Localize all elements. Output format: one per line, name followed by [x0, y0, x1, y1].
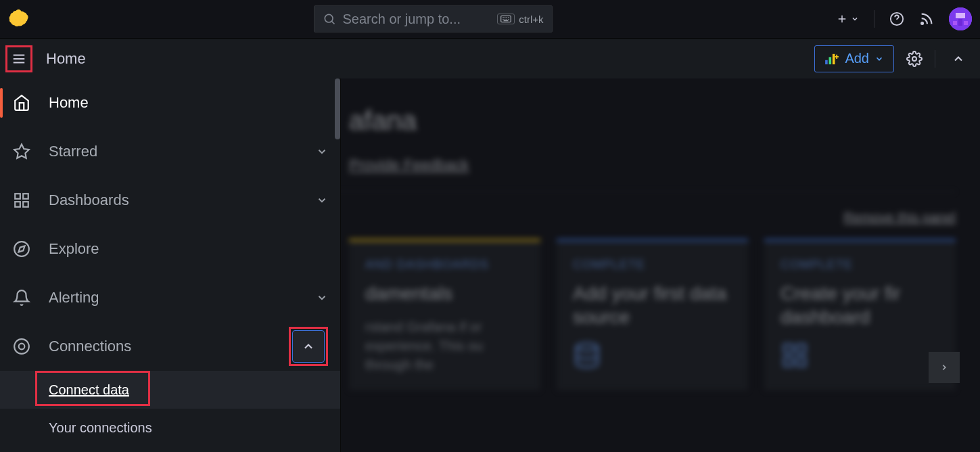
- collapse-toolbar-icon[interactable]: [948, 48, 969, 70]
- svg-rect-16: [784, 358, 792, 366]
- shortcut-label: ctrl+k: [519, 14, 543, 25]
- panel-icon: [824, 53, 839, 65]
- svg-point-22: [14, 242, 29, 256]
- grafana-logo-icon[interactable]: [8, 8, 30, 30]
- star-icon: [12, 143, 31, 160]
- svg-rect-18: [15, 194, 20, 199]
- sidebar-subitem-label: Connect data: [49, 382, 129, 398]
- svg-point-24: [19, 344, 25, 350]
- sidebar-subitem-label: Your connections: [49, 420, 152, 436]
- svg-rect-6: [953, 21, 957, 25]
- sidebar-item-connections[interactable]: Connections: [0, 322, 340, 371]
- svg-rect-7: [964, 21, 968, 25]
- chevron-down-icon[interactable]: [316, 194, 328, 206]
- card-fundamentals[interactable]: AND DASHBOARDS damentals rstand Grafana …: [349, 239, 540, 390]
- apps-icon: [12, 191, 31, 209]
- divider: [935, 50, 935, 68]
- sidebar-menu: Home Starred Dashboards Explore Alerting: [0, 78, 341, 452]
- svg-point-12: [912, 57, 916, 61]
- add-menu-button[interactable]: [836, 13, 859, 25]
- sidebar-subitem-connect-data[interactable]: Connect data: [0, 371, 340, 409]
- svg-rect-20: [15, 202, 20, 207]
- feedback-link[interactable]: Provide Feedback: [349, 156, 469, 173]
- sidebar-item-starred[interactable]: Starred: [0, 127, 340, 176]
- svg-point-0: [325, 14, 333, 22]
- divider: [874, 10, 874, 28]
- svg-rect-10: [829, 57, 832, 64]
- home-icon: [12, 94, 31, 112]
- svg-rect-5: [956, 13, 965, 18]
- card-dashboard[interactable]: COMPLETE Create your fir dashboard: [764, 239, 956, 390]
- breadcrumb-home[interactable]: Home: [46, 50, 86, 68]
- carousel-next-button[interactable]: [929, 352, 960, 383]
- compass-icon: [12, 240, 31, 258]
- sidebar-item-label: Home: [49, 94, 328, 112]
- svg-rect-9: [826, 60, 829, 64]
- search-placeholder: Search or jump to...: [343, 12, 461, 27]
- svg-rect-17: [797, 358, 806, 366]
- svg-rect-15: [797, 344, 806, 353]
- svg-rect-11: [833, 53, 835, 64]
- page-title: afana: [349, 106, 956, 136]
- search-input[interactable]: Search or jump to... ctrl+k: [314, 5, 553, 32]
- sidebar-item-dashboards[interactable]: Dashboards: [0, 176, 340, 225]
- help-icon[interactable]: [889, 12, 904, 26]
- svg-point-13: [576, 344, 598, 351]
- avatar[interactable]: [949, 7, 972, 30]
- svg-rect-8: [958, 19, 962, 26]
- apps-icon: [780, 341, 939, 369]
- add-button[interactable]: Add: [814, 45, 894, 72]
- card-datasource[interactable]: COMPLETE Add your first data source: [557, 239, 748, 390]
- chevron-down-icon[interactable]: [316, 292, 328, 304]
- settings-icon[interactable]: [906, 51, 923, 67]
- sidebar-item-label: Starred: [49, 143, 298, 160]
- sidebar-item-label: Alerting: [49, 289, 298, 307]
- svg-point-3: [921, 22, 923, 24]
- hamburger-menu-button[interactable]: [5, 45, 32, 72]
- svg-rect-21: [23, 202, 28, 207]
- sidebar-item-label: Connections: [49, 338, 271, 355]
- sidebar-item-alerting[interactable]: Alerting: [0, 273, 340, 322]
- highlight-box: [289, 327, 328, 366]
- sidebar-item-label: Explore: [49, 240, 328, 258]
- sidebar-item-home[interactable]: Home: [0, 78, 340, 127]
- sidebar-item-label: Dashboards: [49, 191, 298, 209]
- rss-icon[interactable]: [919, 12, 934, 26]
- sidebar-item-explore[interactable]: Explore: [0, 225, 340, 273]
- svg-point-23: [14, 339, 29, 354]
- svg-rect-19: [23, 194, 28, 199]
- chevron-up-icon[interactable]: [292, 330, 325, 363]
- database-icon: [573, 341, 732, 369]
- bell-icon: [12, 289, 31, 307]
- svg-rect-14: [784, 344, 792, 353]
- chevron-down-icon[interactable]: [316, 145, 328, 158]
- search-icon: [323, 12, 336, 26]
- connections-icon: [12, 338, 31, 355]
- keyboard-icon: [497, 14, 515, 24]
- sidebar-subitem-your-connections[interactable]: Your connections: [0, 409, 340, 447]
